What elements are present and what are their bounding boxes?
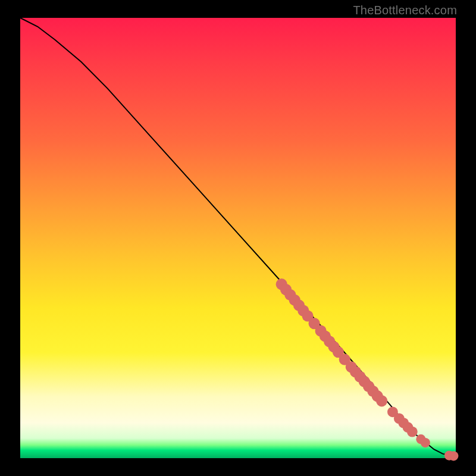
markers-layer: [276, 278, 459, 461]
attribution-label: TheBottleneck.com: [353, 4, 457, 17]
curve-layer: [20, 18, 456, 456]
chart-svg: [20, 18, 456, 458]
plot-area: [20, 18, 456, 458]
bottleneck-curve: [20, 18, 456, 456]
data-marker: [407, 427, 418, 437]
data-marker: [376, 395, 387, 406]
data-marker: [421, 438, 430, 447]
chart-frame: TheBottleneck.com: [0, 0, 476, 476]
data-marker: [449, 451, 458, 461]
